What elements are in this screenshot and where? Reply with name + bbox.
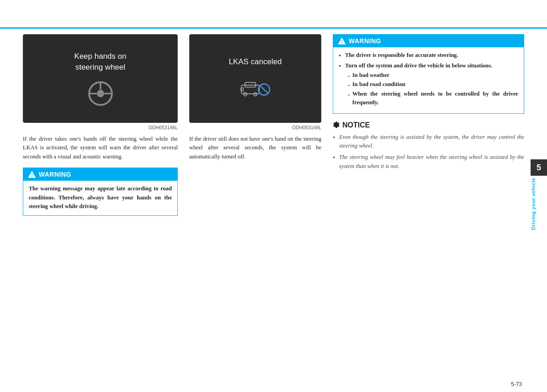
side-tab: 5 Driving your vehicle <box>530 0 547 392</box>
right-warning-box: ! WARNING The driver is responsible for … <box>333 34 524 114</box>
left-warning-title: WARNING <box>39 171 71 178</box>
notice-box: ✽ NOTICE Even though the steering is ass… <box>333 120 524 171</box>
svg-text:!: ! <box>31 173 33 178</box>
left-warning-body: The warning message may appear late acco… <box>23 181 177 215</box>
notice-star-icon: ✽ <box>333 120 340 130</box>
right-warning-sub-1: In bad weather <box>348 71 518 80</box>
left-body-text: If the driver takes one's hands off the … <box>23 135 178 161</box>
page-number: 5-73 <box>511 381 522 387</box>
right-warning-sub-2: In bad road condition <box>348 80 518 89</box>
right-warning-body: The driver is responsible for accurate s… <box>333 47 524 113</box>
main-content: Keep hands onsteering wheel ODH053146L I… <box>23 34 524 369</box>
right-column: ! WARNING The driver is responsible for … <box>333 34 524 173</box>
right-warning-icon: ! <box>338 37 346 45</box>
notice-item-1: Even though the steering is assisted by … <box>333 133 524 151</box>
notice-item-2: The steering wheel may feel heavier when… <box>333 153 524 171</box>
lkas-canceled-text: LKAS canceled <box>229 56 282 67</box>
svg-line-13 <box>260 86 268 94</box>
chapter-title: Driving your vehicle <box>531 178 547 230</box>
right-warning-item-1: The driver is responsible for accurate s… <box>339 51 518 60</box>
right-warning-sublist: In bad weather In bad road condition Whe… <box>345 71 518 107</box>
steering-wheel-icon <box>88 81 113 106</box>
left-warning-icon: ! <box>28 170 36 178</box>
left-warning-box: ! WARNING The warning message may appear… <box>23 168 178 216</box>
left-image-caption: ODH053146L <box>23 125 178 130</box>
keep-hands-display: Keep hands onsteering wheel <box>23 34 178 123</box>
mid-body-text: If the driver still does not have one's … <box>189 135 321 161</box>
keep-hands-text: Keep hands onsteering wheel <box>74 51 126 73</box>
top-line <box>0 27 547 29</box>
right-warning-list: The driver is responsible for accurate s… <box>339 51 518 107</box>
right-warning-title: WARNING <box>349 37 381 45</box>
right-warning-sub-3: When the steering wheel needs to be cont… <box>348 90 518 107</box>
chapter-number: 5 <box>531 159 547 176</box>
middle-column: LKAS canceled ODH053149L If the dr <box>189 34 321 161</box>
notice-list: Even though the steering is assisted by … <box>333 133 524 171</box>
svg-point-1 <box>97 90 104 97</box>
left-column: Keep hands onsteering wheel ODH053146L I… <box>23 34 178 216</box>
svg-rect-7 <box>241 85 259 94</box>
svg-text:!: ! <box>341 39 343 44</box>
right-warning-header: ! WARNING <box>333 35 524 47</box>
mid-image-caption: ODH053149L <box>189 125 321 130</box>
lkas-canceled-icon <box>239 76 271 101</box>
lkas-canceled-display: LKAS canceled <box>189 34 321 123</box>
right-warning-item-2: Turn off the system and drive the vehicl… <box>339 61 518 107</box>
notice-title: NOTICE <box>342 121 370 129</box>
notice-header: ✽ NOTICE <box>333 120 524 130</box>
left-warning-header: ! WARNING <box>23 168 177 181</box>
